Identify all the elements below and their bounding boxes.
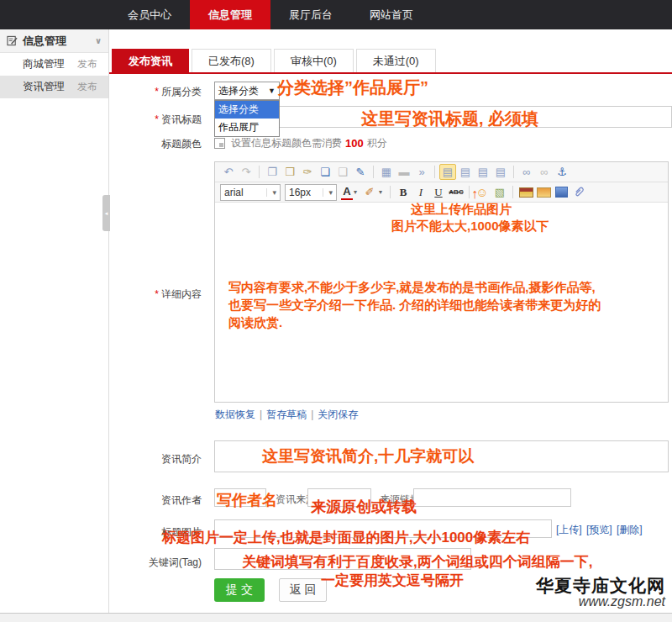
title-color-cost: 100 xyxy=(345,137,364,150)
top-navbar: 会员中心 信息管理 展厅后台 网站首页 xyxy=(0,0,672,29)
nav-info-management[interactable]: 信息管理 xyxy=(190,0,270,29)
select-caret-icon: ▾ xyxy=(266,188,276,197)
unlink-icon[interactable]: ∞ xyxy=(536,164,553,180)
nav-hall-backend[interactable]: 展厅后台 xyxy=(270,0,351,29)
required-star: * xyxy=(155,113,159,125)
paste-icon[interactable]: ❑ xyxy=(334,164,351,180)
edit-doc-icon xyxy=(7,35,18,46)
media-glyph xyxy=(555,187,568,198)
annotation-author-hint: 写作者名 xyxy=(217,490,277,510)
tab-in-review[interactable]: 审核中(0) xyxy=(274,49,354,72)
print-icon[interactable]: ❒ xyxy=(281,164,298,180)
font-family-value: arial xyxy=(224,187,244,198)
annotation-title-image: 标题图片一定上传,也就是封面显的图片,大小1000像素左右 xyxy=(162,528,530,547)
annotation-title: 这里写资讯标题, 必须填 xyxy=(361,108,538,130)
label-title-color: 标题颜色 xyxy=(116,137,202,151)
image-glyph xyxy=(519,187,533,198)
font-color-caret-icon[interactable]: ▾ xyxy=(354,188,360,196)
horizontal-rule-icon[interactable]: ▬ xyxy=(396,164,412,180)
paste-from-word-icon[interactable]: ❏ xyxy=(317,164,333,180)
highlight-caret-icon[interactable]: ▾ xyxy=(379,188,386,196)
delete-link[interactable]: [删除] xyxy=(617,524,643,535)
anchor-icon[interactable]: ⚓ xyxy=(554,164,570,180)
insert-image-icon[interactable] xyxy=(535,184,552,200)
save-draft-link[interactable]: 暂存草稿 xyxy=(266,409,307,420)
preview-link[interactable]: [预览] xyxy=(586,524,612,535)
bottom-strip xyxy=(0,613,672,622)
sidebar-group-label: 信息管理 xyxy=(23,34,66,49)
label-keywords: 关键词(Tag) xyxy=(116,556,202,570)
highlight-icon[interactable]: ✐ xyxy=(361,184,378,200)
close-save-link[interactable]: 关闭保存 xyxy=(318,409,358,420)
annotation-upload-arrow: ↑ xyxy=(471,187,478,202)
toolbar-separator xyxy=(513,166,514,178)
tab-underline xyxy=(109,72,672,74)
back-button[interactable]: 返 回 xyxy=(279,578,327,602)
upload-image-icon[interactable] xyxy=(517,184,534,200)
align-justify-icon[interactable]: ▤ xyxy=(492,164,509,180)
font-size-select[interactable]: 16px ▾ xyxy=(285,184,337,201)
insert-media-icon[interactable] xyxy=(553,184,570,200)
underline-icon[interactable]: U xyxy=(430,184,447,200)
toolbar-separator xyxy=(373,166,374,178)
pencil-icon[interactable]: ✎ xyxy=(352,164,369,180)
indent-icon[interactable]: » xyxy=(413,164,430,180)
annotation-category: 分类选择”作品展厅” xyxy=(277,76,428,99)
collapse-arrow-icon: ◂ xyxy=(105,210,108,217)
sidebar-item-label: 资讯管理 xyxy=(23,80,65,94)
sidebar-collapse-handle[interactable]: ◂ xyxy=(102,195,110,231)
sidebar-action-publish[interactable]: 发布 xyxy=(77,57,97,71)
sidebar-item-mall-management[interactable]: 商城管理 发布 xyxy=(0,53,108,76)
dropdown-option-default[interactable]: 选择分类 xyxy=(215,101,279,119)
sidebar-group-info-management[interactable]: 信息管理 ∨ xyxy=(0,29,108,53)
note-line: 阅读欣赏. xyxy=(228,314,662,331)
annotation-source: 来源原创或转载 xyxy=(311,497,417,517)
link-separator: | xyxy=(260,409,262,420)
font-family-select[interactable]: arial ▾ xyxy=(220,184,281,201)
category-select-value: 选择分类 xyxy=(218,84,259,98)
nav-member-center[interactable]: 会员中心 xyxy=(109,0,190,29)
font-color-icon[interactable]: A xyxy=(341,184,353,200)
label-intro: 资讯简介 xyxy=(116,452,202,466)
toolbar-separator xyxy=(390,186,391,198)
note-line: 写内容有要求,不能少于多少字,就是发布的是书画作品,摄影作品等, xyxy=(228,278,662,296)
link-icon[interactable]: ∞ xyxy=(518,164,535,180)
nav-site-home[interactable]: 网站首页 xyxy=(351,0,432,29)
upload-link[interactable]: [上传] xyxy=(556,524,582,535)
redo-icon[interactable]: ↷ xyxy=(238,164,255,180)
page: 会员中心 信息管理 展厅后台 网站首页 信息管理 ∨ 商城管理 发布 资讯管理 … xyxy=(0,0,672,622)
tab-rejected[interactable]: 未通过(0) xyxy=(356,49,436,72)
editor-toolbar-row2: arial ▾ 16px ▾ A ▾ ✐ ▾ B I U ABC ☺ ▧ xyxy=(215,182,668,203)
annotation-keywords-2: 一定要用英文逗号隔开 xyxy=(321,571,464,590)
align-right-icon[interactable]: ▤ xyxy=(475,164,491,180)
italic-icon[interactable]: I xyxy=(412,184,429,200)
tab-publish-news[interactable]: 发布资讯 xyxy=(112,49,189,72)
bold-icon[interactable]: B xyxy=(395,184,412,200)
paperclip-glyph xyxy=(573,186,585,198)
annotation-upload-2: 图片不能太大,1000像素以下 xyxy=(391,219,549,235)
insert-chart-icon[interactable]: ▧ xyxy=(491,184,508,200)
sidebar-action-publish[interactable]: 发布 xyxy=(77,80,97,94)
category-dropdown-list: 选择分类 作品展厅 xyxy=(214,100,280,137)
label-category: *所属分类 xyxy=(116,85,202,99)
source-link-input[interactable] xyxy=(413,488,571,507)
sidebar: 信息管理 ∨ 商城管理 发布 资讯管理 发布 xyxy=(0,29,109,613)
category-select[interactable]: 选择分类 ▼ xyxy=(214,82,280,100)
attachment-icon[interactable] xyxy=(570,184,587,200)
format-brush-icon[interactable]: ✑ xyxy=(299,164,316,180)
align-left-icon[interactable]: ▤ xyxy=(439,164,456,180)
title-color-checkbox[interactable] xyxy=(214,138,225,149)
preview-icon[interactable]: ❐ xyxy=(264,164,281,180)
sidebar-item-news-management[interactable]: 资讯管理 发布 xyxy=(0,76,108,98)
dropdown-option-gallery[interactable]: 作品展厅 xyxy=(215,119,279,136)
annotation-upload-1: 这里上传作品图片 xyxy=(411,202,512,218)
tab-published[interactable]: 已发布(8) xyxy=(192,49,271,72)
align-center-icon[interactable]: ▤ xyxy=(457,164,474,180)
strikethrough-icon[interactable]: ABC xyxy=(448,184,465,200)
submit-button[interactable]: 提 交 xyxy=(214,578,265,602)
undo-icon[interactable]: ↶ xyxy=(220,164,237,180)
data-recover-link[interactable]: 数据恢复 xyxy=(215,409,255,420)
label-content: *详细内容 xyxy=(116,287,202,302)
table-icon[interactable]: ▦ xyxy=(378,164,395,180)
note-line: 也要写一些文字介绍一下作品. 介绍的详细也能给读者带来更为好的 xyxy=(228,296,662,314)
